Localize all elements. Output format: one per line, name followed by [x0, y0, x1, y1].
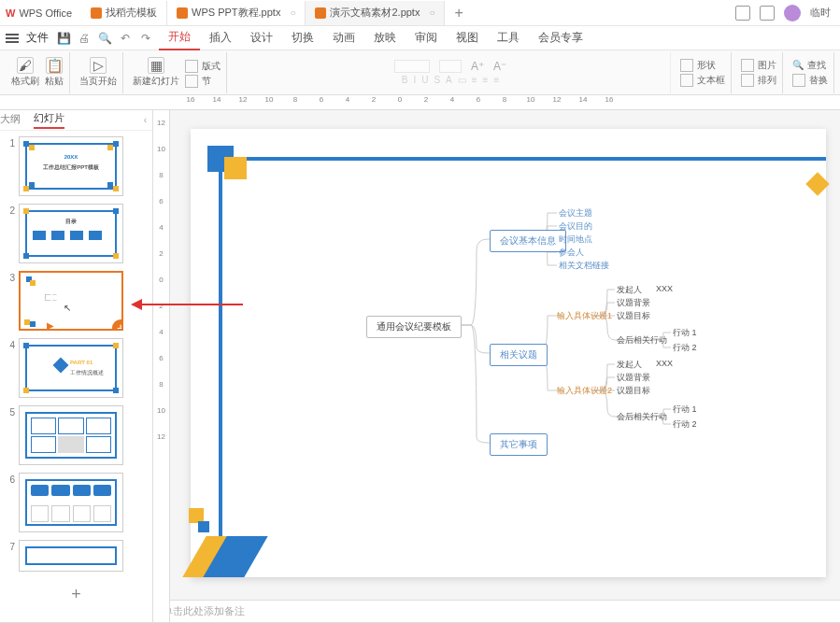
menu-tab-animation[interactable]: 动画	[323, 26, 364, 50]
close-icon[interactable]: ○	[429, 7, 434, 18]
menu-tab-view[interactable]: 视图	[447, 26, 488, 50]
mindmap-leaf[interactable]: 会议目的	[559, 220, 592, 233]
list-icon[interactable]: ≡	[493, 75, 499, 85]
slides-tab[interactable]: 幻灯片	[34, 111, 64, 129]
mindmap-leaf[interactable]: 行动 2	[673, 342, 697, 354]
find-button[interactable]: 🔍查找	[792, 59, 828, 72]
italic-icon[interactable]: I	[413, 75, 416, 85]
print-icon[interactable]: 🖨	[77, 31, 92, 46]
user-avatar[interactable]	[784, 5, 801, 21]
mindmap-leaf[interactable]: 议题目标	[617, 385, 650, 397]
add-slide-button[interactable]: +	[4, 579, 149, 610]
mindmap-leaf[interactable]: 议题背景	[617, 297, 650, 309]
format-painter-button[interactable]: 🖌格式刷	[11, 57, 39, 88]
deco-square	[224, 157, 247, 179]
underline-icon[interactable]: U	[421, 75, 428, 85]
slide-thumbnail-4[interactable]: PART 01 工作情况概述	[19, 338, 123, 398]
mindmap-leaf[interactable]: 输入具体议题1	[557, 310, 612, 322]
slide-thumbnail-2[interactable]: 目录	[19, 204, 123, 263]
hamburger-icon[interactable]	[6, 32, 21, 45]
play-icon[interactable]: ▶	[47, 320, 54, 331]
notes-pane[interactable]: 单击此处添加备注	[153, 600, 840, 622]
mindmap-leaf[interactable]: 行动 2	[673, 418, 697, 431]
thumbnail-list[interactable]: 1 20XX 工作总结汇报PPT模板 2 目录	[0, 131, 152, 622]
mindmap-leaf[interactable]: 议题背景	[617, 372, 650, 384]
close-icon[interactable]: ○	[290, 7, 295, 18]
app-center-icon[interactable]	[760, 6, 775, 21]
mindmap-leaf[interactable]: 参会人	[559, 247, 584, 259]
tab-file-2-active[interactable]: 演示文稿素材2.pptx ○	[306, 1, 445, 25]
bold-icon[interactable]: B	[402, 75, 408, 85]
tab-file-1[interactable]: WPS PPT教程.pptx ○	[167, 1, 306, 25]
app-brand: WPS Office	[19, 7, 72, 19]
slide-thumbnail-6[interactable]	[19, 473, 123, 532]
slide-thumbnail-7[interactable]	[19, 540, 123, 572]
tab-icon	[177, 7, 188, 19]
mindmap-leaf[interactable]: 发起人	[617, 284, 642, 296]
mindmap-leaf[interactable]: 行动 1	[673, 404, 697, 416]
mindmap-leaf[interactable]: 议题目标	[617, 310, 650, 322]
highlight-icon[interactable]: ▭	[458, 75, 466, 85]
section-button[interactable]: 节	[185, 75, 221, 88]
mindmap-leaf[interactable]: 行动 1	[673, 327, 697, 339]
mindmap-node[interactable]: 相关议题	[490, 344, 548, 366]
menu-tab-transition[interactable]: 切换	[282, 26, 323, 50]
mindmap-leaf[interactable]: XXX	[656, 359, 673, 368]
menu-tab-insert[interactable]: 插入	[200, 26, 241, 50]
menu-tab-home[interactable]: 开始	[159, 26, 200, 50]
mindmap-root[interactable]: 通用会议纪要模板	[366, 316, 462, 338]
menu-tab-tools[interactable]: 工具	[488, 26, 529, 50]
tab-label: 演示文稿素材2.pptx	[330, 6, 420, 20]
mindmap-node[interactable]: 会议基本信息	[490, 230, 566, 252]
mindmap-leaf[interactable]: 会后相关行动	[617, 411, 667, 423]
arrange-button[interactable]: 排列	[741, 74, 776, 87]
mindmap-leaf[interactable]: 相关文档链接	[559, 260, 609, 272]
slide-thumbnail-3-active[interactable]: ┌─ ─└─ ─ ↖ + ▶	[19, 271, 123, 331]
slide-number: 2	[4, 204, 15, 263]
font-select[interactable]	[394, 60, 430, 73]
menu-tab-review[interactable]: 审阅	[406, 26, 447, 50]
mindmap-node[interactable]: 其它事项	[490, 433, 548, 456]
font-decrease-icon[interactable]: A⁻	[493, 60, 506, 73]
slide-content[interactable]: 通用会议纪要模板 会议基本信息 相关议题 其它事项 会议主题 会议目的 时间地点…	[191, 129, 826, 577]
align-center-icon[interactable]: ≡	[483, 75, 489, 85]
font-size-select[interactable]	[439, 60, 462, 73]
strike-icon[interactable]: S	[434, 75, 440, 85]
start-slideshow-button[interactable]: ▷当页开始	[79, 57, 117, 88]
tab-templates[interactable]: 找稻壳模板	[81, 1, 167, 25]
redo-icon[interactable]: ↷	[138, 31, 153, 46]
replace-button[interactable]: 替换	[792, 74, 828, 87]
new-slide-button[interactable]: ▦新建幻灯片	[133, 57, 179, 88]
shape-button[interactable]: 形状	[680, 59, 725, 72]
undo-icon[interactable]: ↶	[118, 31, 133, 46]
switch-view-icon[interactable]	[735, 6, 750, 21]
paste-button[interactable]: 📋粘贴	[45, 57, 64, 88]
mindmap-leaf[interactable]: XXX	[656, 284, 673, 293]
save-icon[interactable]: 💾	[56, 31, 71, 46]
add-tab-button[interactable]: +	[445, 5, 472, 21]
slide-thumbnail-1[interactable]: 20XX 工作总结汇报PPT模板	[19, 136, 123, 196]
picture-button[interactable]: 图片	[741, 59, 776, 72]
font-increase-icon[interactable]: A⁺	[471, 60, 484, 73]
add-slide-icon[interactable]: +	[112, 319, 123, 331]
slide-thumbnail-5[interactable]	[19, 405, 123, 465]
menu-tab-member[interactable]: 会员专享	[529, 26, 592, 50]
layout-button[interactable]: 版式	[185, 60, 221, 73]
mindmap-leaf[interactable]: 发起人	[617, 359, 642, 371]
panel-close-icon[interactable]: ‹	[144, 115, 147, 125]
mindmap-leaf[interactable]: 时间地点	[559, 234, 592, 246]
slide-number: 7	[4, 540, 15, 572]
file-menu[interactable]: 文件	[26, 30, 49, 46]
align-left-icon[interactable]: ≡	[472, 75, 477, 85]
menu-tab-slideshow[interactable]: 放映	[364, 26, 406, 50]
font-color-icon[interactable]: A	[446, 75, 452, 85]
textbox-button[interactable]: 文本框	[680, 74, 725, 87]
outline-tab[interactable]: 大纲	[0, 112, 21, 128]
menu-tab-design[interactable]: 设计	[241, 26, 282, 50]
mindmap-leaf[interactable]: 输入具体议题2	[557, 385, 612, 397]
mindmap-leaf[interactable]: 会议主题	[559, 207, 592, 219]
mindmap-leaf[interactable]: 会后相关行动	[617, 334, 667, 347]
slide-number: 6	[4, 473, 15, 532]
slide-canvas[interactable]: 12108642024681012	[153, 110, 840, 622]
preview-icon[interactable]: 🔍	[97, 31, 112, 46]
